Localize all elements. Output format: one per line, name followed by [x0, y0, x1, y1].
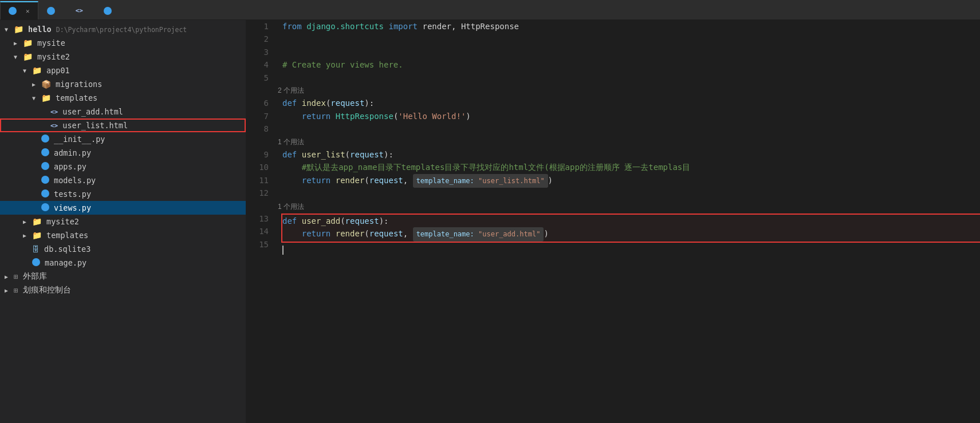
code-line [282, 188, 980, 200]
tree-item-db-sqlite3[interactable]: 🗄db.sqlite3 [0, 242, 246, 256]
line-number: 5 [246, 72, 269, 84]
line-number: 9 [246, 148, 269, 161]
code-line: def user_list(request): [282, 148, 980, 161]
folder-icon: 📁 [32, 66, 42, 75]
py-file-icon [9, 7, 17, 15]
tree-item-mysite-collapsed[interactable]: ▶📁mysite [0, 36, 246, 50]
line-number: 13 [246, 212, 269, 225]
line-number [246, 136, 269, 148]
py-icon [41, 148, 49, 158]
tree-item-label: mysite [37, 38, 65, 48]
line-number: 14 [246, 225, 269, 238]
tree-item-label: migrations [56, 80, 102, 89]
chevron-icon: ▼ [32, 95, 39, 101]
tree-item-ext-lib[interactable]: ▶⊞外部库 [0, 270, 246, 283]
line-number [246, 84, 269, 97]
tab-views-py[interactable]: ✕ [0, 1, 38, 19]
tree-item-mysite2[interactable]: ▼📁mysite2 [0, 50, 246, 64]
tab-close-views[interactable]: ✕ [26, 7, 30, 15]
code-line: return render(request, template_name: "u… [282, 174, 980, 188]
code-line: from django.shortcuts import render, Htt… [282, 20, 980, 33]
tree-item-label: user_list.html [62, 121, 128, 130]
tree-item-label: 划痕和控制台 [23, 285, 71, 295]
tree-item-label: 外部库 [23, 271, 47, 282]
editor-area: 123456789101112131415 from django.shortc… [246, 20, 980, 423]
py-file-icon-3 [104, 7, 112, 15]
line-number: 3 [246, 46, 269, 58]
tree-item-templates-root[interactable]: ▶📁templates [0, 228, 246, 242]
html-icon: <> [50, 122, 58, 129]
code-view[interactable]: 123456789101112131415 from django.shortc… [246, 20, 980, 423]
chevron-icon: ▶ [23, 219, 30, 225]
tree-item-mysite2-collapsed[interactable]: ▶📁mysite2 [0, 215, 246, 228]
tree-item-label: user_add.html [62, 107, 123, 116]
tree-item-scratches[interactable]: ▶⊞划痕和控制台 [0, 283, 246, 297]
tree-item-app01[interactable]: ▼📁app01 [0, 64, 246, 77]
code-line: def user_add(request): [282, 215, 980, 227]
usage-hint: 1 个用法 [278, 200, 980, 213]
tab-settings-py[interactable] [38, 1, 67, 19]
main-layout: ▼📁hello D:\Pycharm\project4\pythonProjec… [0, 20, 980, 423]
py-file-icon-2 [47, 7, 55, 15]
tree-item-apps-py[interactable]: apps.py [0, 160, 246, 173]
tab-user-add-html[interactable]: <> [67, 1, 95, 19]
html-file-icon: <> [76, 7, 83, 14]
tree-item-tests-py[interactable]: tests.py [0, 187, 246, 201]
tree-item-label: __init__.py [54, 135, 105, 144]
line-numbers: 123456789101112131415 [246, 20, 278, 423]
py-icon [32, 258, 40, 268]
tab-urls-py[interactable] [95, 1, 124, 19]
tree-item-label: views.py [54, 203, 91, 212]
code-line [282, 46, 980, 58]
tree-item-manage-py[interactable]: manage.py [0, 256, 246, 270]
line-number: 8 [246, 122, 269, 135]
folder-icon: 📁 [32, 217, 42, 226]
line-number: 10 [246, 161, 269, 173]
tree-item-user-add-html[interactable]: <>user_add.html [0, 105, 246, 118]
tree-item-label: mysite2 [46, 217, 79, 226]
folder-icon: 📁 [23, 52, 33, 61]
folder-icon: 📁 [32, 231, 42, 240]
tree-item-label: apps.py [54, 162, 86, 171]
tree-item-label: admin.py [54, 148, 91, 157]
line-number: 1 [246, 20, 269, 33]
folder-icon: 📁 [14, 25, 23, 34]
chevron-icon: ▶ [32, 81, 39, 88]
tree-item-templates[interactable]: ▼📁templates [0, 91, 246, 105]
tree-item-label: hello D:\Pycharm\project4\pythonProject [28, 25, 187, 34]
chevron-icon: ▶ [5, 287, 11, 294]
tree-item-init-py[interactable]: __init__.py [0, 132, 246, 146]
line-number: 12 [246, 187, 269, 199]
code-content[interactable]: from django.shortcuts import render, Htt… [278, 20, 980, 423]
tree-item-label: mysite2 [37, 52, 70, 61]
html-icon: <> [50, 108, 58, 116]
usage-hint: 1 个用法 [278, 136, 980, 148]
py-icon [41, 135, 49, 144]
tree-item-label: app01 [46, 66, 70, 75]
tree-item-hello[interactable]: ▼📁hello D:\Pycharm\project4\pythonProjec… [0, 22, 246, 36]
tree-item-label: models.py [54, 176, 96, 185]
code-line [282, 243, 980, 255]
line-number [246, 199, 269, 212]
tree-item-models-py[interactable]: models.py [0, 173, 246, 187]
code-line: #默认是去app_name目录下templates目录下寻找对应的html文件(… [282, 161, 980, 173]
code-line: return render(request, template_name: "u… [282, 227, 980, 241]
chevron-icon: ▶ [5, 274, 11, 280]
folder-icon: 📁 [41, 93, 51, 102]
folder-icon: 📁 [23, 38, 33, 48]
code-line [282, 33, 980, 45]
ext-icon: ⊞ [14, 272, 18, 281]
tree-item-label: manage.py [45, 258, 86, 267]
line-number: 4 [246, 58, 269, 71]
tree-item-migrations[interactable]: ▶📦migrations [0, 77, 246, 91]
tree-item-admin-py[interactable]: admin.py [0, 146, 246, 160]
line-number: 6 [246, 97, 269, 109]
line-number: 2 [246, 33, 269, 45]
tree-item-views-py-file[interactable]: views.py [0, 201, 246, 215]
code-line: # Create your views here. [282, 58, 980, 71]
line-number: 7 [246, 110, 269, 122]
user-add-highlight-box: def user_add(request): return render(req… [281, 214, 980, 243]
tree-item-user-list-html[interactable]: <>user_list.html [0, 118, 246, 132]
line-number: 15 [246, 238, 269, 251]
chevron-icon: ▼ [23, 68, 30, 74]
